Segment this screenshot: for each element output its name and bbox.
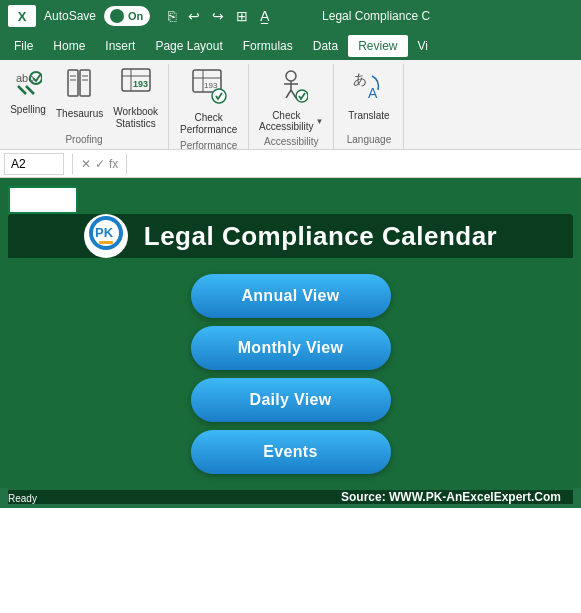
- svg-text:193: 193: [204, 81, 218, 90]
- redo-icon[interactable]: ↪: [208, 6, 228, 26]
- thesaurus-label: Thesaurus: [56, 108, 103, 120]
- proofing-group-label: Proofing: [65, 132, 102, 145]
- svg-point-17: [286, 71, 296, 81]
- spelling-icon: abc: [14, 68, 42, 102]
- footer-text: Source: WWW.PK-AnExcelExpert.Com: [341, 490, 561, 504]
- annual-view-button[interactable]: Annual View: [191, 274, 391, 318]
- cell-reference[interactable]: A2: [4, 153, 64, 175]
- title-bar-icons: ⎘ ↩ ↪ ⊞ A̲: [164, 6, 274, 26]
- page-layout-icon[interactable]: ⎘: [164, 6, 180, 26]
- thesaurus-button[interactable]: Thesaurus: [52, 64, 107, 122]
- accessibility-dropdown-arrow: ▼: [316, 117, 324, 126]
- check-performance-button[interactable]: 193 Check Performance: [176, 64, 241, 138]
- cancel-formula-icon[interactable]: ✕: [81, 157, 91, 171]
- calendar-logo-icon: PK: [88, 215, 124, 257]
- menu-data[interactable]: Data: [303, 35, 348, 57]
- check-performance-icon: 193: [191, 68, 227, 110]
- selected-cell-a2[interactable]: [8, 186, 78, 214]
- formula-icons: ✕ ✓ fx: [81, 157, 118, 171]
- accessibility-group-label: Accessibility: [264, 134, 318, 147]
- svg-rect-2: [68, 70, 78, 96]
- menu-file[interactable]: File: [4, 35, 43, 57]
- translate-button[interactable]: あ A Translate: [344, 64, 393, 124]
- svg-text:A: A: [368, 85, 378, 101]
- spelling-label: Spelling: [10, 104, 46, 116]
- menu-page-layout[interactable]: Page Layout: [145, 35, 232, 57]
- thesaurus-icon: [66, 68, 94, 106]
- formula-divider: [72, 154, 73, 174]
- menu-insert[interactable]: Insert: [95, 35, 145, 57]
- menu-formulas[interactable]: Formulas: [233, 35, 303, 57]
- grid-icon[interactable]: ⊞: [232, 6, 252, 26]
- excel-logo: X: [8, 5, 36, 27]
- svg-text:193: 193: [133, 79, 148, 89]
- performance-group-label: Performance: [180, 138, 237, 151]
- autosave-toggle[interactable]: On: [104, 6, 150, 26]
- check-accessibility-label-row: CheckAccessibility ▼: [259, 110, 323, 132]
- font-color-icon[interactable]: A̲: [256, 6, 274, 26]
- check-accessibility-label: CheckAccessibility: [259, 110, 313, 132]
- svg-text:PK: PK: [95, 225, 114, 240]
- toggle-text: On: [128, 10, 143, 22]
- calendar-title: Legal Compliance Calendar: [144, 221, 497, 252]
- daily-view-button[interactable]: Daily View: [191, 378, 391, 422]
- sheet-area: PK Legal Compliance Calendar Annual View…: [0, 178, 581, 488]
- title-bar: X AutoSave On ⎘ ↩ ↪ ⊞ A̲ Legal Complianc…: [0, 0, 581, 32]
- formula-input[interactable]: [135, 157, 577, 171]
- calendar-header: PK Legal Compliance Calendar: [8, 214, 573, 258]
- insert-function-icon[interactable]: fx: [109, 157, 118, 171]
- workbook-statistics-label: Workbook Statistics: [113, 106, 158, 130]
- check-accessibility-icon: [274, 68, 308, 110]
- ribbon-overflow: [404, 64, 581, 149]
- workbook-statistics-icon: 193: [121, 68, 151, 104]
- spelling-button[interactable]: abc Spelling: [6, 64, 50, 118]
- events-button[interactable]: Events: [191, 430, 391, 474]
- calendar-logo: PK: [84, 214, 128, 258]
- ribbon: abc Spelling: [0, 60, 581, 150]
- formula-bar: A2 ✕ ✓ fx: [0, 150, 581, 178]
- menu-review[interactable]: Review: [348, 35, 407, 57]
- formula-divider-2: [126, 154, 127, 174]
- language-group-label: Language: [347, 132, 392, 145]
- monthly-view-button[interactable]: Monthly View: [191, 326, 391, 370]
- undo-icon[interactable]: ↩: [184, 6, 204, 26]
- menu-view[interactable]: Vi: [408, 35, 438, 57]
- check-accessibility-button[interactable]: CheckAccessibility ▼: [255, 64, 327, 134]
- ribbon-group-accessibility: CheckAccessibility ▼ Accessibility: [249, 64, 334, 149]
- menu-bar: File Home Insert Page Layout Formulas Da…: [0, 32, 581, 60]
- translate-icon: あ A: [352, 68, 386, 108]
- window-title: Legal Compliance C: [322, 9, 573, 23]
- check-performance-label: Check Performance: [180, 112, 237, 136]
- workbook-statistics-button[interactable]: 193 Workbook Statistics: [109, 64, 162, 132]
- ribbon-group-language: あ A Translate Language: [334, 64, 404, 149]
- footer-bar: Source: WWW.PK-AnExcelExpert.Com: [8, 490, 573, 504]
- toggle-circle: [110, 9, 124, 23]
- autosave-label: AutoSave: [44, 9, 96, 23]
- calendar-buttons-area: Annual View Monthly View Daily View Even…: [8, 258, 573, 490]
- translate-label: Translate: [348, 110, 389, 122]
- svg-line-20: [286, 90, 291, 98]
- svg-rect-3: [80, 70, 90, 96]
- ribbon-group-proofing: abc Spelling: [0, 64, 169, 149]
- svg-line-21: [291, 90, 296, 98]
- menu-home[interactable]: Home: [43, 35, 95, 57]
- ribbon-group-performance: 193 Check Performance Performance: [169, 64, 249, 149]
- svg-text:あ: あ: [353, 71, 367, 87]
- status-ready: Ready: [8, 493, 37, 504]
- confirm-formula-icon[interactable]: ✓: [95, 157, 105, 171]
- svg-rect-28: [99, 241, 113, 244]
